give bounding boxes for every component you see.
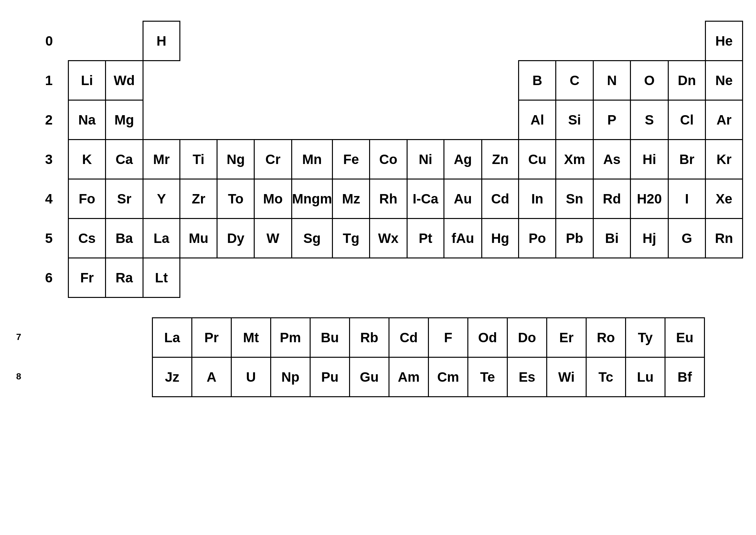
cell-r5-c10: fAu bbox=[444, 219, 482, 258]
cell-r6-c8 bbox=[370, 258, 407, 297]
cell-r0-c4 bbox=[217, 21, 255, 61]
bottom-cell-r1-c3: Np bbox=[271, 357, 310, 397]
cell-r6-c14 bbox=[593, 258, 631, 297]
bottom-cell-r1-c7: Cm bbox=[429, 357, 468, 397]
cell-r5-c5: W bbox=[255, 219, 291, 258]
row-label-1: 1 bbox=[32, 61, 68, 100]
cell-r4-c5: Mo bbox=[255, 179, 291, 219]
cell-r6-c6 bbox=[291, 258, 333, 297]
cell-r6-c13 bbox=[556, 258, 593, 297]
bottom-table: LaPrMtPmBuRbCdFOdDoErRoTyEuJzAUNpPuGuAmC… bbox=[152, 317, 705, 397]
cell-r1-c2 bbox=[143, 61, 180, 100]
cell-r3-c0: K bbox=[68, 140, 106, 179]
cell-r3-c14: As bbox=[593, 140, 631, 179]
bottom-cell-r0-c12: Ty bbox=[626, 318, 665, 357]
cell-r0-c1 bbox=[105, 21, 143, 61]
bottom-cell-r0-c7: F bbox=[429, 318, 468, 357]
cell-r3-c11: Zn bbox=[482, 140, 519, 179]
cell-r2-c4 bbox=[217, 100, 255, 140]
cell-r1-c6 bbox=[291, 61, 333, 100]
cell-r1-c16: Dn bbox=[668, 61, 706, 100]
cell-r1-c13: C bbox=[556, 61, 593, 100]
cell-r4-c4: To bbox=[217, 179, 255, 219]
bottom-cell-r0-c9: Do bbox=[507, 318, 547, 357]
bottom-cell-r0-c5: Rb bbox=[350, 318, 389, 357]
cell-r6-c9 bbox=[407, 258, 444, 297]
cell-r4-c6: Mngm bbox=[291, 179, 333, 219]
main-periodic-table: 0HHe1LiWdBCNODnNe2NaMgAlSiPSClAr3KCaMrTi… bbox=[32, 21, 743, 298]
cell-r6-c17 bbox=[705, 258, 742, 297]
cell-r1-c1: Wd bbox=[105, 61, 143, 100]
cell-r3-c16: Br bbox=[668, 140, 706, 179]
cell-r1-c11 bbox=[482, 61, 519, 100]
cell-r2-c13: Si bbox=[556, 100, 593, 140]
cell-r4-c13: Sn bbox=[556, 179, 593, 219]
cell-r3-c15: Hi bbox=[630, 140, 668, 179]
cell-r3-c17: Kr bbox=[705, 140, 742, 179]
cell-r0-c14 bbox=[593, 21, 631, 61]
bottom-row-label-0: 7 bbox=[13, 317, 152, 357]
cell-r3-c12: Cu bbox=[519, 140, 556, 179]
cell-r2-c6 bbox=[291, 100, 333, 140]
bottom-cell-r1-c6: Am bbox=[389, 357, 429, 397]
cell-r2-c0: Na bbox=[68, 100, 106, 140]
bottom-row-label-1: 8 bbox=[13, 357, 152, 396]
cell-r2-c14: P bbox=[593, 100, 631, 140]
cell-r5-c9: Pt bbox=[407, 219, 444, 258]
cell-r4-c17: Xe bbox=[705, 179, 742, 219]
cell-r5-c8: Wx bbox=[370, 219, 407, 258]
cell-r3-c3: Ti bbox=[180, 140, 217, 179]
cell-r1-c7 bbox=[333, 61, 370, 100]
bottom-section: 78LaPrMtPmBuRbCdFOdDoErRoTyEuJzAUNpPuGuA… bbox=[13, 317, 743, 397]
row-label-3: 3 bbox=[32, 140, 68, 179]
cell-r4-c16: I bbox=[668, 179, 706, 219]
cell-r5-c16: G bbox=[668, 219, 706, 258]
cell-r0-c7 bbox=[333, 21, 370, 61]
bottom-cell-r1-c9: Es bbox=[507, 357, 547, 397]
cell-r1-c5 bbox=[255, 61, 291, 100]
bottom-cell-r1-c1: A bbox=[192, 357, 231, 397]
cell-r3-c5: Cr bbox=[255, 140, 291, 179]
bottom-cell-r0-c4: Bu bbox=[310, 318, 350, 357]
cell-r4-c3: Zr bbox=[180, 179, 217, 219]
cell-r0-c9 bbox=[407, 21, 444, 61]
bottom-cell-r0-c10: Er bbox=[547, 318, 586, 357]
cell-r3-c4: Ng bbox=[217, 140, 255, 179]
cell-r2-c17: Ar bbox=[705, 100, 742, 140]
cell-r1-c15: O bbox=[630, 61, 668, 100]
row-label-0: 0 bbox=[32, 21, 68, 61]
cell-r0-c5 bbox=[255, 21, 291, 61]
cell-r1-c0: Li bbox=[68, 61, 106, 100]
cell-r4-c14: Rd bbox=[593, 179, 631, 219]
cell-r1-c12: B bbox=[519, 61, 556, 100]
cell-r2-c1: Mg bbox=[105, 100, 143, 140]
cell-r1-c8 bbox=[370, 61, 407, 100]
cell-r6-c10 bbox=[444, 258, 482, 297]
bottom-cell-r1-c10: Wi bbox=[547, 357, 586, 397]
cell-r3-c1: Ca bbox=[105, 140, 143, 179]
cell-r2-c2 bbox=[143, 100, 180, 140]
cell-r2-c10 bbox=[444, 100, 482, 140]
cell-r5-c1: Ba bbox=[105, 219, 143, 258]
cell-r3-c9: Ni bbox=[407, 140, 444, 179]
bottom-cell-r1-c2: U bbox=[231, 357, 271, 397]
bottom-cell-r0-c2: Mt bbox=[231, 318, 271, 357]
cell-r6-c12 bbox=[519, 258, 556, 297]
cell-r0-c17: He bbox=[705, 21, 742, 61]
cell-r6-c3 bbox=[180, 258, 217, 297]
cell-r6-c15 bbox=[630, 258, 668, 297]
cell-r5-c13: Pb bbox=[556, 219, 593, 258]
bottom-cell-r1-c4: Pu bbox=[310, 357, 350, 397]
bottom-cell-r1-c12: Lu bbox=[626, 357, 665, 397]
cell-r2-c11 bbox=[482, 100, 519, 140]
cell-r0-c10 bbox=[444, 21, 482, 61]
cell-r4-c2: Y bbox=[143, 179, 180, 219]
cell-r4-c1: Sr bbox=[105, 179, 143, 219]
cell-r2-c7 bbox=[333, 100, 370, 140]
cell-r2-c3 bbox=[180, 100, 217, 140]
cell-r3-c7: Fe bbox=[333, 140, 370, 179]
cell-r4-c8: Rh bbox=[370, 179, 407, 219]
bottom-cell-r1-c5: Gu bbox=[350, 357, 389, 397]
bottom-row-labels: 78 bbox=[13, 317, 152, 396]
cell-r2-c5 bbox=[255, 100, 291, 140]
